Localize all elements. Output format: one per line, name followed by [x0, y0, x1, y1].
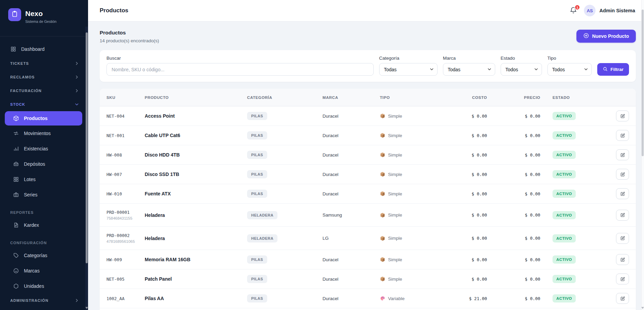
price-cell: $ 0.00 [487, 212, 540, 218]
notifications-button[interactable]: 1 [570, 6, 578, 15]
status-cell: ACTIVO [540, 211, 598, 219]
sidebar-item-label: Kardex [24, 222, 39, 228]
edit-icon [620, 277, 625, 282]
sidebar-section-configuracion: CONFIGURACIÓN [0, 238, 88, 248]
sidebar-item-productos[interactable]: Productos [5, 111, 82, 126]
sidebar-group-tickets[interactable]: TICKETS [0, 57, 88, 70]
product-name: Cable UTP Cat6 [145, 133, 247, 138]
category-cell: HELADERA [247, 234, 323, 242]
sku-cell: HW-010 [106, 191, 145, 196]
edit-button[interactable] [616, 188, 629, 199]
sidebar-scrollbar-thumb[interactable] [86, 32, 88, 263]
product-name: Heladera [145, 236, 247, 241]
edit-button[interactable] [616, 110, 629, 121]
smile-icon [13, 268, 19, 274]
tipo-label: Tipo [547, 56, 592, 61]
sidebar-scroll-down-arrow-icon[interactable] [85, 307, 88, 309]
marca-label: Marca [443, 56, 495, 61]
brand-cell: Duracel [323, 257, 380, 262]
actions-cell [598, 149, 629, 160]
category-cell: PILAS [247, 255, 323, 264]
sidebar-group-reclamos[interactable]: RECLAMOS [0, 70, 88, 84]
sidebar-item-movimientos[interactable]: Movimientos [0, 126, 88, 141]
brand-cell: LG [323, 236, 380, 241]
edit-button[interactable] [616, 233, 629, 244]
bar-chart-icon [13, 146, 19, 152]
price-cell: $ 0.00 [487, 191, 540, 196]
barcode: 4781689561065 [106, 239, 145, 243]
search-input[interactable] [106, 63, 374, 76]
category-badge: PILAS [247, 112, 267, 120]
categoria-select[interactable]: Todas [379, 63, 438, 76]
brand-cell: Samsung [323, 212, 380, 218]
type-cell: Variable [380, 296, 448, 301]
window-scrollbar-thumb[interactable] [642, 10, 644, 156]
tag-icon [13, 252, 19, 259]
dashboard-icon [10, 46, 16, 52]
table-row: NET-001Cable UTP Cat6PILASDuracelSimple$… [100, 126, 636, 145]
swap-icon [13, 130, 19, 136]
new-product-button[interactable]: Nuevo Producto [576, 30, 636, 43]
edit-button[interactable] [616, 293, 629, 304]
table-header-row: SKUPRODUCTOCATEGORÍAMARCATIPOCOSTOPRECIO… [100, 89, 636, 106]
sidebar-item-marcas[interactable]: Marcas [0, 263, 88, 278]
sidebar-item-label: Categorías [24, 253, 47, 258]
column-header-tipo: TIPO [380, 95, 448, 100]
category-badge: PILAS [247, 151, 267, 159]
brand: Nexo Sistema de Gestión [0, 0, 88, 36]
sidebar-item-lotes[interactable]: Lotes [0, 172, 88, 187]
marca-select[interactable]: Todas [443, 63, 495, 76]
table-row: HW-007Disco SSD 1TBPILASDuracelSimple$ 0… [100, 165, 636, 184]
sku-cell: PRD-00001758468431155 [106, 210, 145, 220]
edit-button[interactable] [616, 210, 629, 221]
sidebar-item-categorias[interactable]: Categorías [0, 248, 88, 263]
sidebar-item-existencias[interactable]: Existencias [0, 141, 88, 156]
brand-cell: Duracel [323, 114, 380, 119]
edit-button[interactable] [616, 254, 629, 265]
status-cell: ACTIVO [540, 294, 598, 302]
sidebar-item-unidades[interactable]: Unidades [0, 278, 88, 294]
chevron-down-icon [74, 102, 79, 107]
actions-cell [598, 169, 629, 180]
chevron-right-icon [74, 88, 79, 93]
edit-button[interactable] [616, 130, 629, 141]
brand-logo [8, 8, 21, 21]
tipo-select[interactable]: Todos [547, 63, 592, 76]
sidebar-group-stock[interactable]: STOCK [0, 98, 88, 111]
window-scroll-down-arrow-icon[interactable] [641, 307, 644, 309]
sidebar-group-facturacion[interactable]: FACTURACIÓN [0, 84, 88, 98]
edit-button[interactable] [616, 274, 629, 284]
products-table: SKUPRODUCTOCATEGORÍAMARCATIPOCOSTOPRECIO… [100, 89, 636, 310]
estado-select[interactable]: Todos [501, 63, 542, 76]
status-badge: ACTIVO [553, 294, 576, 302]
price-cell: $ 0.00 [487, 172, 540, 177]
price-cell: $ 0.00 [487, 296, 540, 301]
filter-button[interactable]: Filtrar [597, 63, 629, 76]
product-name: Memoria RAM 16GB [145, 257, 247, 262]
user-menu[interactable]: AS Admin Sistema [584, 5, 635, 16]
plus-circle-icon [583, 33, 589, 40]
sidebar-item-depositos[interactable]: Depósitos [0, 156, 88, 172]
sidebar-group-label: TICKETS [10, 61, 29, 65]
status-cell: ACTIVO [540, 255, 598, 264]
category-badge: PILAS [247, 190, 267, 198]
sidebar-item-dashboard[interactable]: Dashboard [0, 41, 88, 57]
package-icon [380, 172, 385, 177]
sidebar-item-series[interactable]: Series [0, 187, 88, 202]
edit-button[interactable] [616, 149, 629, 160]
type-cell: Simple [380, 191, 448, 196]
product-name: Heladera [145, 212, 247, 218]
actions-cell [598, 293, 629, 304]
sidebar-group-administracion[interactable]: ADMINISTRACIÓN [0, 294, 88, 307]
category-badge: PILAS [247, 131, 267, 139]
window-scrollbar[interactable] [641, 0, 644, 310]
sidebar-item-kardex[interactable]: Kardex [0, 217, 88, 233]
edit-button[interactable] [616, 169, 629, 180]
sku-cell: NET-005 [106, 277, 145, 282]
sidebar-scrollbar[interactable] [85, 27, 88, 310]
actions-cell [598, 110, 629, 121]
status-cell: ACTIVO [540, 234, 598, 242]
product-name: Disco SSD 1TB [145, 172, 247, 177]
document-icon [13, 222, 19, 228]
column-header-producto: PRODUCTO [145, 95, 247, 100]
